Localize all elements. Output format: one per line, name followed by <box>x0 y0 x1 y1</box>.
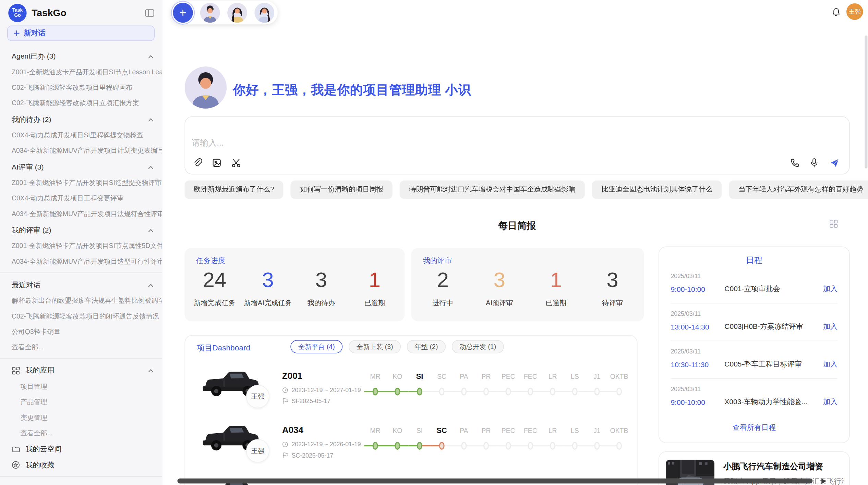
add-assistant-button[interactable] <box>173 3 193 23</box>
filter-pill[interactable]: 年型 (2) <box>407 340 446 353</box>
milestone-dot[interactable] <box>483 442 489 450</box>
stat-item[interactable]: 1 已逾期 <box>348 269 401 308</box>
milestone-dot[interactable] <box>439 388 445 396</box>
app-item[interactable]: 变更管理 <box>0 410 162 425</box>
vertical-scrollbar[interactable] <box>865 35 867 168</box>
milestone-dot[interactable] <box>572 442 578 450</box>
suggestion-chip[interactable]: 如何写一份清晰的项目周报 <box>291 181 393 199</box>
notification-bell-icon[interactable] <box>831 7 841 17</box>
stat-item[interactable]: 3 AI预评审 <box>471 269 528 308</box>
milestone-dot[interactable] <box>594 442 600 450</box>
milestone-dot[interactable] <box>550 388 555 396</box>
sidebar-section-header[interactable]: 我的评审 (2) <box>0 222 162 238</box>
milestone-dot[interactable] <box>373 442 378 450</box>
app-item[interactable]: 查看全部... <box>0 425 162 441</box>
layout-grid-icon[interactable] <box>829 219 838 228</box>
recent-chat-item[interactable]: 公司Q3轻卡销量 <box>0 324 162 339</box>
suggestion-chip[interactable]: 当下年轻人对汽车外观有怎样的喜好趋势 <box>729 181 868 199</box>
suggestion-chip[interactable]: 欧洲新规最近颁布了什么? <box>184 181 284 199</box>
sidebar-section-header[interactable]: Agent已办 (3) <box>0 48 162 64</box>
milestone-dot[interactable] <box>616 388 622 396</box>
assistant-avatar[interactable] <box>227 3 247 23</box>
recent-chat-item[interactable]: 查看全部... <box>0 339 162 355</box>
sidebar-item-favorites[interactable]: 我的收藏 <box>0 457 162 473</box>
sidebar-item-cloud-space[interactable]: 我的云空间 <box>0 441 162 457</box>
recent-chat-item[interactable]: C02-飞腾新能源轻客改款项目的闭环通告反馈情况 <box>0 309 162 324</box>
milestone-dot[interactable] <box>417 442 422 450</box>
stat-item[interactable]: 24 新增完成任务 <box>188 269 241 308</box>
sidebar-item[interactable]: C02-飞腾新能源轻客改款项目里程碑画布 <box>0 80 162 95</box>
milestone-dot[interactable] <box>461 388 467 396</box>
project-code[interactable]: A034 <box>282 425 303 435</box>
sidebar-item[interactable]: A034-全新新能源MUV产品开发项目计划变更表编写 <box>0 143 162 158</box>
project-code[interactable]: Z001 <box>282 371 302 381</box>
filter-pill[interactable]: 动总开发 (1) <box>452 340 504 353</box>
app-item[interactable]: 产品管理 <box>0 394 162 410</box>
sidebar-item[interactable]: C0X4-动力总成开发项目工程变更评审 <box>0 190 162 206</box>
join-link[interactable]: 加入 <box>823 397 837 407</box>
milestone-dot[interactable] <box>439 442 445 450</box>
send-icon[interactable] <box>829 158 840 168</box>
stat-item[interactable]: 1 已逾期 <box>528 269 584 308</box>
schedule-event-title[interactable]: C001-立项审批会 <box>724 284 823 294</box>
schedule-event-title[interactable]: X003-车辆动力学性能验... <box>724 397 823 407</box>
milestone-dot[interactable] <box>528 388 533 396</box>
image-upload-icon[interactable] <box>212 158 222 168</box>
project-row[interactable]: 王强 Z001 2023-12-19 ~ 2027-01-19 SI-2025-… <box>185 360 638 414</box>
milestone-dot[interactable] <box>594 388 600 396</box>
scroll-right-arrow[interactable] <box>821 478 826 484</box>
stat-item[interactable]: 2 进行中 <box>414 269 471 308</box>
view-all-schedule-link[interactable]: 查看所有日程 <box>659 423 849 433</box>
join-link[interactable]: 加入 <box>823 284 837 294</box>
sidebar-item[interactable]: Z001-全新燃油轻卡产品开发项目SI节点属性5D文件评审 <box>0 238 162 253</box>
sidebar-section-header[interactable]: 我的待办 (2) <box>0 111 162 127</box>
milestone-dot[interactable] <box>373 388 378 396</box>
scissors-icon[interactable] <box>231 158 241 168</box>
filter-pill[interactable]: 全新上装 (3) <box>349 340 401 353</box>
sidebar-item[interactable]: A034-全新新能源MUV产品开发项目造型可行性评审 <box>0 254 162 269</box>
stat-item[interactable]: 3 待评审 <box>584 269 641 308</box>
sidebar-item[interactable]: A034-全新新能源MUV产品开发项目法规符合性评审 <box>0 206 162 221</box>
milestone-dot[interactable] <box>572 388 578 396</box>
join-link[interactable]: 加入 <box>823 359 837 369</box>
stat-item[interactable]: 3 我的待办 <box>294 269 348 308</box>
stat-item[interactable]: 3 新增AI完成任务 <box>241 269 295 308</box>
recent-chats-header[interactable]: 最近对话 <box>0 276 162 293</box>
microphone-icon[interactable] <box>810 158 819 168</box>
sidebar-section-header[interactable]: AI评审 (3) <box>0 158 162 175</box>
horizontal-scrollbar[interactable] <box>177 478 812 484</box>
filter-pill[interactable]: 全新平台 (4) <box>290 340 342 353</box>
new-chat-button[interactable]: 新对话 <box>7 25 155 41</box>
attachment-icon[interactable] <box>192 158 202 168</box>
message-input[interactable] <box>192 138 524 147</box>
milestone-dot[interactable] <box>506 388 511 396</box>
phone-icon[interactable] <box>789 158 799 168</box>
sidebar-collapse-icon[interactable] <box>145 8 155 17</box>
milestone-dot[interactable] <box>616 442 622 450</box>
milestone-dot[interactable] <box>461 442 467 450</box>
user-avatar[interactable]: 王强 <box>846 3 863 20</box>
sidebar-item[interactable]: C0X4-动力总成开发项目SI里程碑提交物检查 <box>0 127 162 143</box>
sidebar-item[interactable]: C02-飞腾新能源轻客改款项目立项汇报方案 <box>0 95 162 111</box>
milestone-dot[interactable] <box>395 442 400 450</box>
project-row[interactable]: 王强 A034 2023-12-19 ~ 2026-01-19 SC-2025-… <box>185 414 638 468</box>
sidebar-item[interactable]: Z001-全新燃油皮卡产品开发项目SI节点Lesson Learn报告 <box>0 64 162 80</box>
milestone-dot[interactable] <box>528 442 533 450</box>
milestone-dot[interactable] <box>483 388 489 396</box>
suggestion-chip[interactable]: 特朗普可能对进口汽车增税会对中国车企造成哪些影响 <box>400 181 585 199</box>
milestone-dot[interactable] <box>506 442 511 450</box>
assistant-avatar[interactable] <box>254 3 274 23</box>
milestone-dot[interactable] <box>417 388 422 396</box>
my-apps-header[interactable]: 我的应用 <box>0 362 162 379</box>
assistant-avatar[interactable] <box>200 3 220 23</box>
recent-chat-item[interactable]: 解释最新出台的欧盟报废车法规再生塑料比例被调至15%... <box>0 293 162 308</box>
schedule-event-title[interactable]: C003|H0B-方案冻结评审 <box>724 322 823 332</box>
app-item[interactable]: 项目管理 <box>0 379 162 394</box>
suggestion-chip[interactable]: 比亚迪全固态电池计划具体说了什么 <box>592 181 722 199</box>
sidebar-item-ai-employee[interactable]: AI超级员工 <box>0 480 162 485</box>
milestone-dot[interactable] <box>550 442 555 450</box>
sidebar-item[interactable]: Z001-全新燃油轻卡产品开发项目SI造型提交物评审 <box>0 175 162 190</box>
join-link[interactable]: 加入 <box>823 322 837 332</box>
milestone-dot[interactable] <box>395 388 400 396</box>
schedule-event-title[interactable]: C005-整车工程目标评审 <box>724 359 823 369</box>
